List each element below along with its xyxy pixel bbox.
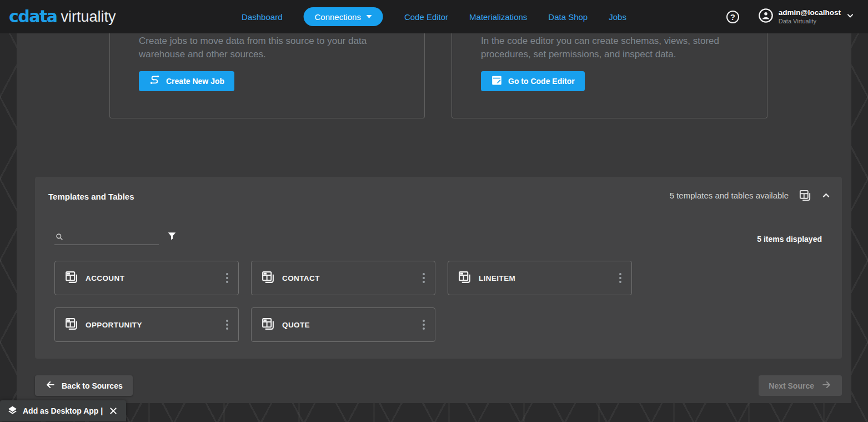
create-new-job-button[interactable]: Create New Job [139,71,234,91]
table-card-contact[interactable]: CONTACT [251,261,435,295]
kebab-menu-icon[interactable] [223,316,232,333]
search-input[interactable] [54,229,159,245]
table-icon [261,270,275,286]
table-icon [458,270,471,286]
main-nav: Dashboard Connections Code Editor Materi… [242,0,626,33]
create-jobs-description: Create jobs to move data from this sourc… [139,34,400,61]
banner-label: Add as Desktop App | [23,406,103,415]
user-menu[interactable]: admin@localhost Data Virtuality [758,8,855,26]
chevron-down-icon [846,11,855,22]
logo-virtuality: virtuality [61,9,116,24]
table-card-quote[interactable]: QUOTE [251,307,435,342]
table-card-lineitem[interactable]: LINEITEM [448,261,632,295]
arrow-right-icon [821,379,832,392]
main-content: Create jobs to move data from this sourc… [17,33,851,403]
code-editor-icon [491,75,503,88]
avatar-icon [758,8,774,26]
table-icon [64,270,78,286]
kebab-menu-icon[interactable] [616,270,625,286]
next-source-button: Next Source [759,375,842,396]
close-icon[interactable] [108,405,119,416]
nav-materializations[interactable]: Materializations [469,12,527,22]
arrow-left-icon [45,379,56,392]
logo-cdata: cdata [9,8,57,25]
available-count-text: 5 templates and tables available [670,191,789,200]
app-logo: cdata virtuality [9,0,116,33]
chevron-down-icon [367,15,372,18]
header-right: ? admin@localhost Data Virtuality [726,0,855,33]
job-flow-icon [149,75,160,88]
kebab-menu-icon[interactable] [223,270,232,286]
user-email: admin@localhost [779,8,841,18]
nav-data-shop[interactable]: Data Shop [548,12,588,22]
layers-icon [7,405,18,418]
back-to-sources-button[interactable]: Back to Sources [35,375,133,396]
user-product: Data Virtuality [779,18,841,26]
filter-icon[interactable] [167,231,177,245]
table-card-account[interactable]: ACCOUNT [54,261,239,295]
nav-jobs[interactable]: Jobs [609,12,626,22]
top-nav-bar: cdata virtuality Dashboard Connections C… [0,0,868,33]
go-to-code-editor-button[interactable]: Go to Code Editor [481,71,585,91]
kebab-menu-icon[interactable] [419,270,428,286]
templates-tables-panel: Templates and Tables 5 templates and tab… [35,177,842,359]
code-editor-description: In the code editor you can create schema… [481,34,753,61]
kebab-menu-icon[interactable] [419,316,428,333]
create-jobs-card: Create jobs to move data from this sourc… [109,33,425,118]
table-icon [261,317,275,333]
panel-title: Templates and Tables [48,192,134,201]
nav-connections[interactable]: Connections [303,7,383,26]
table-view-icon[interactable] [799,189,811,202]
add-desktop-app-banner[interactable]: Add as Desktop App | [0,400,126,421]
table-icon [64,317,78,333]
code-editor-card: In the code editor you can create schema… [451,33,767,118]
nav-code-editor[interactable]: Code Editor [404,12,448,22]
collapse-panel-icon[interactable] [821,191,831,200]
nav-dashboard[interactable]: Dashboard [242,12,282,22]
items-displayed-text: 5 items displayed [757,235,822,244]
table-card-opportunity[interactable]: OPPORTUNITY [54,307,239,342]
table-grid: ACCOUNT CONTACT [54,261,635,342]
help-icon[interactable]: ? [726,11,739,23]
